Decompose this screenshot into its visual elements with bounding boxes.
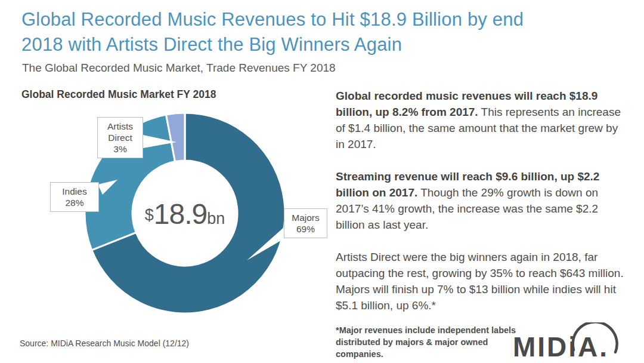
midia-logo-svg: MIDiA. (512, 322, 634, 361)
slice-label-majors: Majors 69% (284, 208, 327, 238)
commentary: Global recorded music revenues will reac… (336, 88, 624, 330)
slice-label-pct: 3% (100, 143, 141, 155)
slide: Global Recorded Music Revenues to Hit $1… (0, 0, 644, 363)
slice-label-artists-direct: Artists Direct 3% (97, 117, 143, 158)
logo-text: MIDiA. (513, 331, 609, 361)
slice-label-text: Majors (286, 212, 325, 223)
center-currency: $ (145, 206, 154, 224)
slice-label-pct: 69% (286, 223, 325, 235)
page-title: Global Recorded Music Revenues to Hit $1… (21, 7, 618, 57)
donut-center-value: $18.9bn (145, 198, 225, 230)
page-title-line-1: Global Recorded Music Revenues to Hit $1… (21, 7, 618, 32)
chart-title: Global Recorded Music Market FY 2018 (21, 88, 216, 101)
slice-label-pct: 28% (52, 197, 97, 208)
center-unit: bn (207, 210, 225, 227)
slice-label-indies: Indies 28% (50, 182, 99, 212)
slice-label-text: Indies (52, 186, 97, 197)
paragraph-3: Artists Direct were the big winners agai… (336, 249, 624, 313)
center-number: 18.9 (154, 198, 207, 230)
footnote: *Major revenues include independent labe… (336, 324, 519, 360)
page-subtitle: The Global Recorded Music Market, Trade … (22, 61, 336, 75)
paragraph-3-body: Artists Direct were the big winners agai… (336, 251, 624, 312)
slice-label-text: Artists Direct (100, 121, 141, 143)
page-title-line-2: 2018 with Artists Direct the Big Winners… (21, 32, 618, 57)
source-note: Source: MIDiA Research Music Model (12/1… (20, 339, 189, 348)
paragraph-1: Global recorded music revenues will reac… (336, 88, 624, 152)
paragraph-2: Streaming revenue will reach $9.6 billio… (336, 168, 624, 233)
midia-logo: MIDiA. (512, 322, 634, 361)
